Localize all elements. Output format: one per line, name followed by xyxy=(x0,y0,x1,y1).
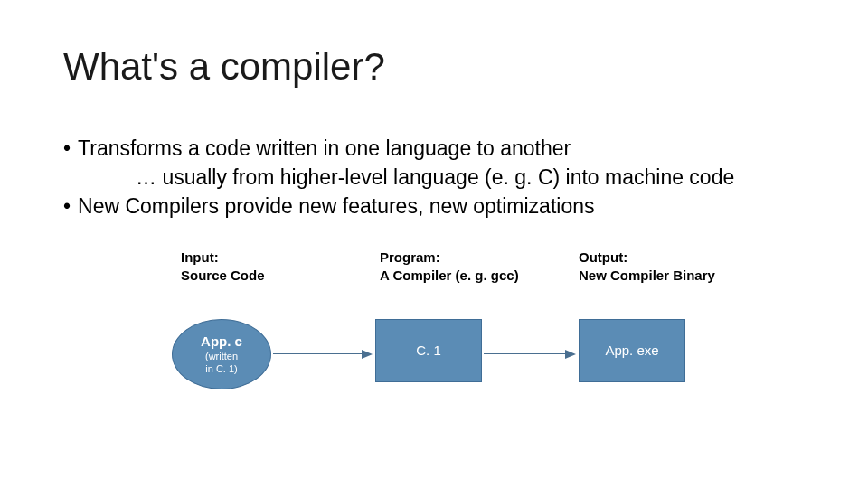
label-line: Input: xyxy=(181,249,316,267)
output-node: App. exe xyxy=(579,319,685,382)
page-title: What's a compiler? xyxy=(63,45,805,89)
compiler-node: C. 1 xyxy=(375,319,482,382)
label-line: A Compiler (e. g. gcc) xyxy=(380,267,552,285)
bullet-dot-icon: • xyxy=(63,134,71,163)
node-sublabel: in C. 1) xyxy=(205,363,237,374)
label-line: Output: xyxy=(579,249,760,267)
arrow-icon xyxy=(484,350,576,359)
compiler-diagram: Input: Source Code Program: A Compiler (… xyxy=(172,249,805,429)
program-label: Program: A Compiler (e. g. gcc) xyxy=(380,249,552,286)
node-label: App. exe xyxy=(605,343,658,358)
label-line: Program: xyxy=(380,249,552,267)
bullet-text: New Compilers provide new features, new … xyxy=(78,192,594,221)
node-label: C. 1 xyxy=(416,343,441,358)
bullet-dot-icon: • xyxy=(63,192,71,221)
label-line: New Compiler Binary xyxy=(579,267,760,285)
node-label: App. c xyxy=(201,333,242,349)
bullet-list: • Transforms a code written in one langu… xyxy=(63,134,805,221)
input-label: Input: Source Code xyxy=(181,249,316,286)
output-label: Output: New Compiler Binary xyxy=(579,249,760,286)
bullet-item: • New Compilers provide new features, ne… xyxy=(63,192,805,221)
node-sublabel: (written xyxy=(205,351,238,361)
slide: What's a compiler? • Transforms a code w… xyxy=(0,0,868,488)
source-code-node: App. c (written in C. 1) xyxy=(172,319,271,389)
bullet-text: Transforms a code written in one languag… xyxy=(78,134,571,163)
bullet-item: • Transforms a code written in one langu… xyxy=(63,134,805,163)
arrow-icon xyxy=(273,350,373,359)
bullet-subtext: … usually from higher-level language (e.… xyxy=(63,163,805,192)
label-line: Source Code xyxy=(181,267,316,285)
